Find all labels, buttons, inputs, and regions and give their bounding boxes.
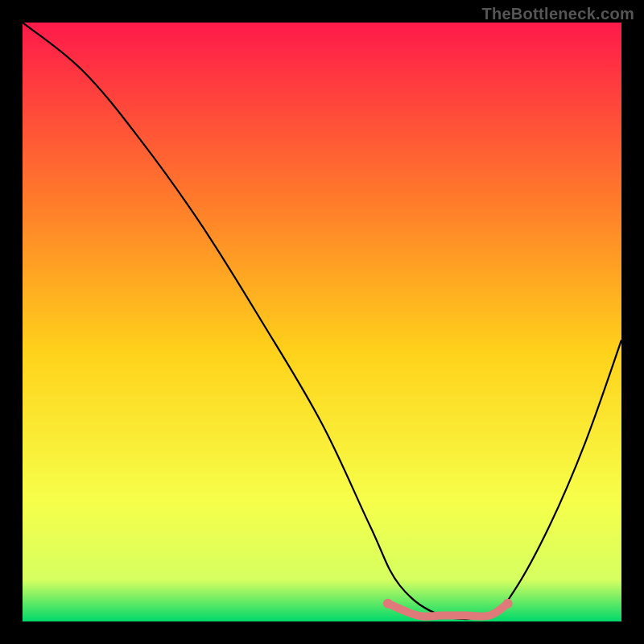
chart-svg (23, 23, 621, 621)
optimal-marker-dot-left (383, 599, 393, 609)
gradient-background (23, 23, 621, 621)
watermark-text: TheBottleneck.com (481, 5, 634, 23)
plot-area (23, 23, 621, 621)
chart-frame: TheBottleneck.com (0, 0, 644, 644)
optimal-marker-dot-right (503, 599, 513, 609)
